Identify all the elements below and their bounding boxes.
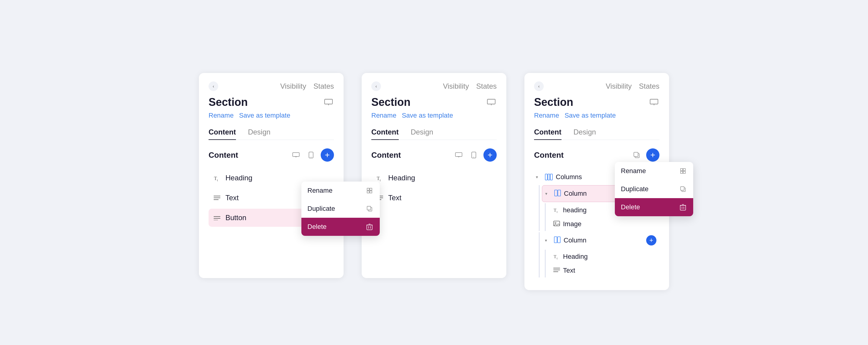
menu-delete-3[interactable]: Delete — [615, 198, 693, 216]
svg-point-53 — [555, 222, 556, 224]
save-template-action-3[interactable]: Save as template — [564, 112, 616, 119]
svg-text:t: t — [557, 210, 558, 213]
tree-line-2-child — [545, 250, 546, 278]
panel-1: ‹ Visibility States Section Re — [199, 73, 344, 278]
rename-icon-1 — [365, 186, 374, 195]
chevron-left-icon: ‹ — [213, 84, 214, 89]
svg-rect-21 — [367, 206, 371, 210]
panel-3-title: Section — [534, 96, 573, 109]
tab-design-3[interactable]: Design — [574, 125, 596, 140]
panel-2-title-row: Section — [371, 96, 497, 109]
menu-duplicate-1[interactable]: Duplicate — [301, 200, 380, 218]
save-template-action-2[interactable]: Save as template — [402, 112, 453, 119]
svg-rect-47 — [550, 174, 553, 180]
svg-point-34 — [473, 157, 474, 157]
chevron-left-icon-2: ‹ — [375, 84, 377, 89]
tree-line-2 — [539, 232, 539, 278]
panel-1-header: ‹ Visibility States Section Re — [199, 73, 344, 140]
panel-2-content-header: Content + — [371, 148, 497, 162]
back-button-3[interactable]: ‹ — [534, 81, 544, 91]
text-icon-col2 — [553, 267, 560, 274]
rename-action-3[interactable]: Rename — [534, 112, 559, 119]
panel-2-nav: ‹ Visibility States — [371, 81, 497, 91]
menu-duplicate-3[interactable]: Duplicate — [615, 180, 693, 198]
desktop-view-icon-2[interactable] — [453, 150, 464, 161]
panels-wrapper: ‹ Visibility States Section Re — [199, 55, 669, 290]
heading-icon-2: T t — [375, 174, 384, 182]
tab-content-2[interactable]: Content — [371, 125, 399, 140]
svg-point-7 — [311, 157, 311, 157]
chevron-col1: ▾ — [545, 191, 551, 196]
visibility-link-1[interactable]: Visibility — [280, 82, 306, 90]
add-item-button-1[interactable]: + — [321, 148, 334, 162]
col2-text-label: Text — [563, 266, 657, 275]
duplicate-icon-1 — [365, 204, 374, 213]
heading-icon-1: T t — [213, 174, 221, 182]
svg-rect-22 — [367, 225, 372, 230]
panel-1-nav: ‹ Visibility States — [209, 81, 334, 91]
desktop-view-icon-1[interactable] — [290, 150, 301, 161]
tab-design-2[interactable]: Design — [411, 125, 433, 140]
col2-heading[interactable]: T t Heading — [551, 250, 659, 264]
rename-action-1[interactable]: Rename — [209, 112, 234, 119]
add-item-button-2[interactable]: + — [484, 148, 497, 162]
chevron-left-icon-3: ‹ — [538, 84, 540, 89]
save-template-action-1[interactable]: Save as template — [239, 112, 290, 119]
panel-3-content-title: Content — [534, 150, 564, 160]
svg-rect-64 — [683, 171, 685, 173]
add-to-col2-button[interactable]: + — [646, 235, 656, 246]
svg-rect-54 — [554, 237, 557, 243]
panel-2-body: Content + — [362, 140, 506, 217]
panel-1-content-title: Content — [209, 150, 238, 160]
mobile-view-icon-2[interactable] — [468, 150, 479, 161]
svg-rect-55 — [558, 237, 560, 243]
panel-2-content-title: Content — [371, 150, 401, 160]
panel-2-header: ‹ Visibility States Section Re — [362, 73, 506, 140]
col1-image[interactable]: Image — [551, 217, 659, 231]
menu-delete-1[interactable]: Delete — [301, 218, 380, 236]
panel-2-content-icons: + — [453, 148, 497, 162]
copy-icon-3[interactable] — [631, 150, 642, 161]
item-text-2[interactable]: Text — [371, 189, 497, 207]
svg-rect-30 — [456, 152, 462, 156]
visibility-link-2[interactable]: Visibility — [443, 82, 469, 90]
column-2-item[interactable]: ▾ Column + — [542, 232, 659, 249]
col2-heading-label: Heading — [563, 253, 657, 261]
rename-action-2[interactable]: Rename — [371, 112, 396, 119]
menu-rename-1[interactable]: Rename — [301, 181, 380, 200]
heading-icon-col1: T t — [553, 206, 560, 214]
button-icon-1 — [213, 213, 221, 222]
svg-rect-48 — [555, 190, 557, 196]
svg-text:T: T — [377, 176, 380, 181]
item-heading-2[interactable]: T t Heading — [371, 169, 497, 187]
mobile-view-icon-1[interactable] — [306, 150, 316, 161]
svg-rect-19 — [370, 191, 372, 193]
tree-line-1-child — [545, 203, 546, 231]
back-button-1[interactable]: ‹ — [209, 81, 218, 91]
column-2-label: Column — [564, 236, 643, 244]
svg-rect-44 — [634, 152, 638, 156]
panel-3-body: Content + ▾ — [524, 140, 669, 286]
col1-image-label: Image — [563, 220, 657, 228]
panel-3-content-icons: + — [631, 148, 659, 162]
rename-icon-3 — [679, 167, 687, 175]
back-button-2[interactable]: ‹ — [371, 81, 381, 91]
col2-text[interactable]: Text — [551, 264, 659, 278]
add-item-button-3[interactable]: + — [646, 148, 659, 162]
heading-label-1: Heading — [225, 174, 330, 182]
tab-content-1[interactable]: Content — [209, 125, 236, 140]
delete-icon-1 — [365, 223, 374, 231]
panel-1-title-row: Section — [209, 96, 334, 109]
svg-text:t: t — [217, 178, 218, 181]
states-link-2[interactable]: States — [476, 82, 497, 90]
tab-content-3[interactable]: Content — [534, 125, 561, 140]
panel-1-body: Content + — [199, 140, 344, 237]
text-label-2: Text — [388, 194, 493, 202]
tab-design-1[interactable]: Design — [248, 125, 271, 140]
states-link-1[interactable]: States — [313, 82, 334, 90]
nav-links-2: Visibility States — [443, 82, 497, 90]
svg-rect-0 — [324, 99, 333, 104]
states-link-3[interactable]: States — [639, 82, 659, 90]
menu-rename-3[interactable]: Rename — [615, 162, 693, 180]
visibility-link-3[interactable]: Visibility — [606, 82, 632, 90]
